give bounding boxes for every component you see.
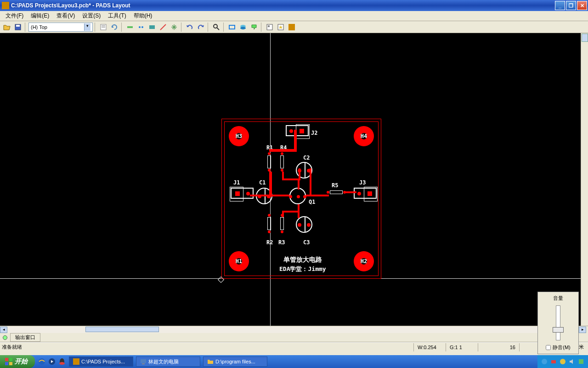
mounting-hole-h2[interactable]: H2 [354,251,374,271]
taskbar-item-computer[interactable]: 林超文的电脑 [136,356,200,367]
minimize-button[interactable]: _ [555,1,565,10]
svg-rect-30 [551,360,556,363]
layer-dropdown[interactable]: (H) Top ▾ [28,23,93,32]
connector-j1[interactable] [231,188,254,199]
media-icon[interactable] [48,357,56,366]
label-j3: J3 [359,179,366,186]
mounting-hole-h1[interactable]: H1 [229,251,249,271]
horizontal-scrollbar[interactable]: ◂ ▸ [0,326,588,333]
favorites-button[interactable] [276,22,286,32]
project-button[interactable] [265,22,275,32]
mounting-hole-h4[interactable]: H4 [354,126,374,146]
ie-icon[interactable] [38,357,46,366]
label-q1: Q1 [309,199,315,205]
status-dot-icon [3,335,7,340]
svg-point-7 [141,26,143,28]
start-button[interactable]: 开始 [0,355,35,368]
connector-j3[interactable] [354,188,377,199]
label-j1: J1 [233,179,240,186]
ecm-toolbar-button[interactable] [147,22,157,32]
menu-setup[interactable]: 设置(S) [79,11,104,21]
svg-point-13 [240,27,246,29]
properties-button[interactable] [98,22,108,32]
volume-slider[interactable] [556,305,560,340]
menu-bar: 文件(F) 编辑(E) 查看(V) 设置(S) 工具(T) 帮助(H) [0,11,588,21]
pcb-trace [294,130,297,152]
design-canvas[interactable]: H3 H4 H1 H2 J2 J1 J3 R1 R4 R2 R3 R5 C1 [0,33,588,326]
undo-button[interactable] [185,22,195,32]
capacitor-c3[interactable] [296,216,312,233]
svg-rect-19 [9,358,12,361]
svg-point-6 [139,26,141,28]
silk-text-line2: EDA学堂：Jimmy [279,265,326,273]
taskbar-item-pads[interactable]: C:\PADS Projects... [69,356,133,367]
menu-edit[interactable]: 编辑(E) [27,11,53,21]
open-button[interactable] [2,22,12,32]
tray-icon-3[interactable] [560,358,566,365]
qq-icon[interactable] [58,357,66,366]
tray-icon-2[interactable] [550,358,557,365]
svg-rect-18 [5,358,8,361]
resistor-r2[interactable] [267,217,271,230]
resistor-r4[interactable] [280,155,284,168]
route-button[interactable] [158,22,168,32]
menu-tools[interactable]: 工具(T) [104,11,130,21]
menu-file[interactable]: 文件(F) [2,11,27,21]
mounting-hole-h3[interactable]: H3 [229,126,249,146]
cycle-button[interactable] [109,22,119,32]
bga-toolbar-button[interactable] [169,22,179,32]
save-button[interactable] [13,22,23,32]
windows-taskbar: 开始 C:\PADS Projects... 林超文的电脑 D:\program… [0,355,588,368]
label-c3: C3 [303,239,310,246]
menu-view[interactable]: 查看(V) [53,11,79,21]
output-window-button[interactable] [249,22,259,32]
taskbar-item-folder[interactable]: D:\program files... [203,356,267,367]
status-grid: G:1 1 [446,343,478,351]
svg-rect-17 [288,24,295,30]
transistor-q1[interactable] [289,188,306,204]
tray-icon-5[interactable] [578,358,584,365]
status-bar: 准备就绪 W:0.254 G:1 1 16 毫米 [0,342,588,351]
resistor-r1[interactable] [267,155,271,168]
app-icon [2,2,9,9]
system-tray[interactable] [537,355,588,368]
pcb-trace [269,149,297,152]
layer-display-button[interactable] [238,22,248,32]
resistor-r5[interactable] [330,190,343,194]
connector-j2[interactable] [286,125,309,136]
tray-icon-1[interactable] [541,358,548,365]
svg-rect-32 [579,359,583,364]
pcb-trace [310,168,311,196]
svg-rect-15 [268,25,270,27]
pads-icon[interactable] [287,22,297,32]
board-button[interactable] [227,22,237,32]
resistor-r3[interactable] [280,217,284,230]
chevron-down-icon: ▾ [84,23,90,31]
status-coord: 16 [478,343,519,351]
pcb-trace [298,178,300,190]
dimension-toolbar-button[interactable] [136,22,146,32]
volume-tray-icon[interactable] [569,358,575,365]
volume-popup[interactable]: 音量 静音(M) [537,292,579,354]
layer-selected-text: (H) Top [31,24,47,30]
svg-rect-5 [127,26,133,28]
title-bar: C:\PADS Projects\Layou3.pcb* - PADS Layo… [0,0,588,11]
svg-point-9 [214,24,217,28]
maximize-button[interactable]: ❐ [566,1,576,10]
pcb-trace [250,195,272,196]
pcb-trace [272,195,289,196]
redo-button[interactable] [196,22,206,32]
scroll-right-icon[interactable]: ▸ [579,327,586,333]
mute-checkbox[interactable] [546,345,551,350]
vertical-scrollbar[interactable] [581,33,588,326]
svg-rect-27 [141,359,146,363]
menu-help[interactable]: 帮助(H) [130,11,156,21]
silk-text-line1: 单管放大电路 [283,256,322,264]
scroll-left-icon[interactable]: ◂ [0,327,7,333]
label-c1: C1 [259,179,266,186]
output-window-tab[interactable]: 输出窗口 [10,333,40,342]
design-toolbar-button[interactable] [125,22,135,32]
close-button[interactable]: ✕ [577,1,587,10]
zoom-button[interactable] [211,22,221,32]
pcb-trace [269,172,272,197]
